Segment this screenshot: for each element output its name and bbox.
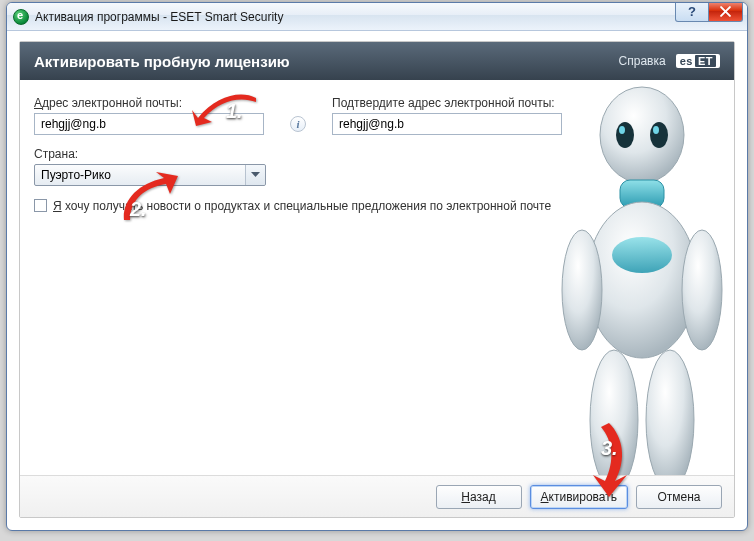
confirm-email-input[interactable] [332, 113, 562, 135]
svg-point-4 [653, 126, 659, 134]
panel-header: Активировать пробную лицензию Справка es… [20, 42, 734, 80]
close-button[interactable] [709, 2, 743, 22]
country-select[interactable]: Пуэрто-Рико [34, 164, 266, 186]
svg-point-6 [587, 202, 697, 358]
chevron-down-icon [245, 165, 265, 185]
app-icon [13, 9, 29, 25]
brand-badge: esET [676, 54, 720, 68]
email-label: Адрес электронной почты: [34, 96, 264, 110]
consent-checkbox[interactable] [34, 199, 47, 212]
svg-point-10 [590, 350, 638, 475]
help-glyph-icon: ? [688, 4, 696, 19]
panel-title: Активировать пробную лицензию [34, 53, 290, 70]
window-controls: ? [675, 3, 743, 22]
help-link[interactable]: Справка [619, 54, 666, 68]
svg-point-2 [650, 122, 668, 148]
form-area: Адрес электронной почты: i Подтвердите а… [34, 96, 574, 214]
svg-point-8 [562, 230, 602, 350]
footer: Назад Активировать Отмена [20, 475, 734, 517]
window-title: Активация программы - ESET Smart Securit… [35, 10, 283, 24]
svg-point-3 [619, 126, 625, 134]
svg-point-11 [646, 350, 694, 475]
svg-point-9 [682, 230, 722, 350]
svg-point-1 [616, 122, 634, 148]
back-button[interactable]: Назад [436, 485, 522, 509]
info-icon[interactable]: i [290, 116, 306, 132]
svg-point-0 [600, 87, 684, 183]
country-label: Страна: [34, 147, 78, 161]
titlebar: Активация программы - ESET Smart Securit… [7, 3, 747, 31]
svg-rect-5 [620, 180, 664, 208]
consent-label: Я хочу получать новости о продуктах и сп… [53, 198, 551, 214]
email-input[interactable] [34, 113, 264, 135]
activate-button[interactable]: Активировать [530, 485, 628, 509]
content: Активировать пробную лицензию Справка es… [7, 31, 747, 530]
cancel-button[interactable]: Отмена [636, 485, 722, 509]
confirm-email-label: Подтвердите адрес электронной почты: [332, 96, 562, 110]
main-panel: Активировать пробную лицензию Справка es… [19, 41, 735, 518]
country-value: Пуэрто-Рико [41, 168, 111, 182]
close-icon [720, 6, 731, 17]
panel-body: Адрес электронной почты: i Подтвердите а… [20, 80, 734, 475]
svg-point-7 [612, 237, 672, 273]
app-window: Активация программы - ESET Smart Securit… [6, 2, 748, 531]
help-button[interactable]: ? [675, 2, 709, 22]
